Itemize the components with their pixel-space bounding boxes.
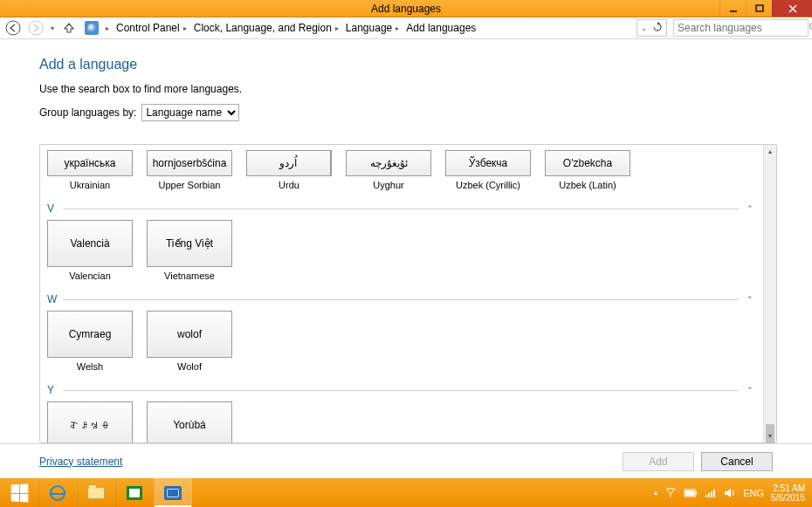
language-tile[interactable]: Ўзбекча xyxy=(445,150,531,176)
ie-icon xyxy=(50,485,65,501)
system-tray: ▴ ENG 2:51 AM 5/6/2015 xyxy=(649,478,812,507)
add-button[interactable]: Add xyxy=(623,452,694,471)
recent-locations-dropdown[interactable]: ▾ xyxy=(49,24,56,32)
taskbar-control-panel[interactable] xyxy=(154,478,192,507)
scroll-down-icon[interactable]: ▾ xyxy=(764,429,776,442)
tray-show-hidden-icon[interactable]: ▴ xyxy=(654,489,657,497)
control-panel-icon xyxy=(85,21,99,35)
store-icon xyxy=(127,486,142,500)
address-bar-end[interactable]: ⌄ xyxy=(637,19,667,37)
svg-point-5 xyxy=(29,21,43,35)
language-label: Ukrainian xyxy=(70,180,110,190)
breadcrumb-control-panel[interactable]: Control Panel▸ xyxy=(113,19,190,37)
taskbar-explorer[interactable] xyxy=(77,478,115,507)
group-by-row: Group languages by: Language name xyxy=(39,104,812,121)
breadcrumb: ▸ Control Panel▸ Clock, Language, and Re… xyxy=(82,18,670,38)
language-label: Vietnamese xyxy=(164,271,215,281)
language-tile[interactable]: wolof xyxy=(147,311,232,358)
window-title: Add languages xyxy=(0,3,812,15)
collapse-icon[interactable]: ⌃ xyxy=(744,204,756,213)
language-label: Uzbek (Cyrillic) xyxy=(456,180,520,190)
page-title: Add a language xyxy=(39,57,812,72)
window-titlebar: Add languages xyxy=(0,0,812,17)
scrollbar[interactable]: ▴ ▾ xyxy=(763,145,776,442)
svg-point-4 xyxy=(6,21,20,35)
group-header-y: Y⌃ xyxy=(47,384,756,396)
language-tile[interactable]: ꆈꌠꁱꂷ xyxy=(47,401,133,442)
svg-rect-11 xyxy=(685,490,694,496)
volume-icon[interactable] xyxy=(724,488,736,498)
language-label: Welsh xyxy=(77,361,103,372)
svg-rect-12 xyxy=(705,495,707,497)
language-label: Urdu xyxy=(279,180,299,190)
breadcrumb-language[interactable]: Language▸ xyxy=(342,19,403,37)
language-label: Uyghur xyxy=(373,180,403,190)
language-tile[interactable]: O'zbekcha xyxy=(545,150,630,176)
language-label: Valencian xyxy=(69,271,111,281)
scroll-up-icon[interactable]: ▴ xyxy=(764,145,776,158)
language-list-box: українськаUkrainian hornjoserbšćinaUpper… xyxy=(39,144,777,443)
taskbar-ie[interactable] xyxy=(38,478,77,507)
language-tile[interactable]: Tiếng Việt xyxy=(147,220,232,267)
refresh-icon[interactable] xyxy=(652,22,663,35)
address-dropdown-icon: ⌄ xyxy=(641,24,647,32)
start-button[interactable] xyxy=(0,478,38,507)
page-subtitle: Use the search box to find more language… xyxy=(39,83,812,95)
collapse-icon[interactable]: ⌃ xyxy=(744,386,756,394)
language-label: Uzbek (Latin) xyxy=(559,180,616,190)
language-tile[interactable]: اُردو xyxy=(246,150,332,176)
back-button[interactable] xyxy=(3,18,23,38)
language-tile[interactable]: ئۇيغۇرچە xyxy=(346,150,431,176)
language-label: Upper Sorbian xyxy=(159,180,221,190)
up-button[interactable] xyxy=(59,18,79,38)
language-tile[interactable]: Valencià xyxy=(47,220,133,267)
language-tile[interactable]: Yorùbá xyxy=(147,401,232,442)
control-panel-icon xyxy=(164,486,182,500)
content-area: Add a language Use the search box to fin… xyxy=(0,39,812,443)
collapse-icon[interactable]: ⌃ xyxy=(744,295,756,304)
network-icon[interactable] xyxy=(705,488,717,498)
search-icon xyxy=(809,22,812,35)
search-box[interactable] xyxy=(673,19,809,37)
language-label: Wolof xyxy=(177,361,202,372)
language-tile[interactable]: Cymraeg xyxy=(47,311,133,358)
clock[interactable]: 2:51 AM 5/6/2015 xyxy=(771,483,805,503)
language-tile[interactable]: українська xyxy=(47,150,133,176)
taskbar-store[interactable] xyxy=(115,478,154,507)
action-center-icon[interactable] xyxy=(664,487,677,499)
svg-rect-10 xyxy=(695,491,697,495)
group-by-select[interactable]: Language name xyxy=(141,104,239,121)
group-by-label: Group languages by: xyxy=(39,106,136,119)
search-input[interactable] xyxy=(678,22,809,34)
language-tile[interactable]: hornjoserbšćina xyxy=(147,150,232,176)
svg-rect-15 xyxy=(713,490,715,497)
action-bar: Privacy statement Add Cancel xyxy=(0,443,812,478)
privacy-statement-link[interactable]: Privacy statement xyxy=(39,456,122,468)
navigation-bar: ▾ ▸ Control Panel▸ Clock, Language, and … xyxy=(0,17,812,39)
group-header-v: V⌃ xyxy=(47,202,756,215)
breadcrumb-control-panel[interactable]: ▸ xyxy=(99,19,113,37)
svg-rect-13 xyxy=(708,493,710,497)
svg-rect-14 xyxy=(711,491,712,497)
forward-button[interactable] xyxy=(26,18,45,38)
group-header-w: W⌃ xyxy=(47,293,756,305)
taskbar: ▴ ENG 2:51 AM 5/6/2015 xyxy=(0,478,812,507)
folder-icon xyxy=(87,487,105,499)
breadcrumb-add-languages[interactable]: Add languages xyxy=(403,19,479,37)
battery-icon[interactable] xyxy=(684,489,698,497)
breadcrumb-region[interactable]: Clock, Language, and Region▸ xyxy=(190,19,342,37)
cancel-button[interactable]: Cancel xyxy=(701,452,773,471)
language-indicator[interactable]: ENG xyxy=(743,488,764,498)
